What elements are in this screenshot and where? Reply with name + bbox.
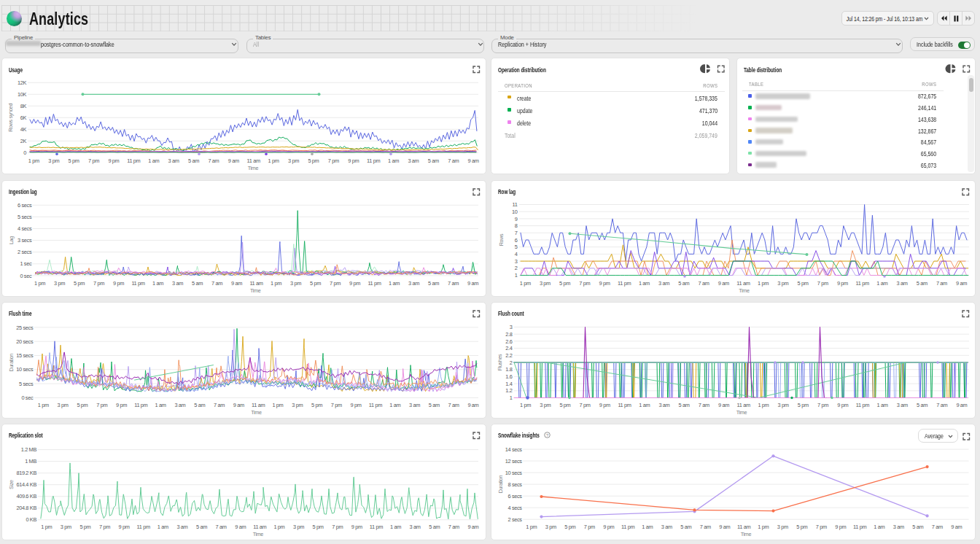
svg-text:4 secs: 4 secs: [508, 504, 522, 510]
svg-text:Lag: Lag: [8, 236, 15, 244]
svg-text:7 pm: 7 pm: [817, 280, 828, 287]
svg-text:3 pm: 3 pm: [540, 402, 551, 408]
svg-text:6K: 6K: [20, 114, 27, 121]
svg-text:9 am: 9 am: [956, 402, 967, 408]
svg-text:14 secs: 14 secs: [505, 446, 523, 452]
svg-text:3 am: 3 am: [172, 280, 183, 287]
svg-text:5 pm: 5 pm: [69, 158, 79, 164]
svg-text:9 am: 9 am: [956, 280, 967, 287]
svg-text:1 am: 1 am: [388, 158, 399, 164]
svg-text:1 am: 1 am: [155, 402, 166, 408]
svg-text:1 am: 1 am: [152, 280, 163, 287]
svg-text:1 pm: 1 pm: [272, 402, 283, 408]
svg-text:10K: 10K: [18, 91, 27, 98]
svg-text:11 pm: 11 pm: [131, 280, 144, 287]
svg-text:11 pm: 11 pm: [618, 402, 631, 408]
svg-text:3 pm: 3 pm: [777, 280, 788, 287]
svg-text:2K: 2K: [20, 138, 27, 144]
svg-text:2: 2: [510, 359, 513, 365]
svg-text:3 pm: 3 pm: [61, 524, 71, 530]
svg-text:5 pm: 5 pm: [77, 402, 88, 408]
svg-text:204.8 KB: 204.8 KB: [16, 505, 36, 511]
svg-text:1 am: 1 am: [877, 402, 888, 408]
svg-text:20 secs: 20 secs: [16, 338, 34, 344]
svg-text:3: 3: [510, 324, 513, 330]
svg-text:1 pm: 1 pm: [28, 158, 39, 164]
svg-text:1 pm: 1 pm: [526, 524, 537, 530]
svg-text:9 am: 9 am: [718, 280, 729, 287]
svg-text:7 am: 7 am: [936, 280, 947, 287]
svg-text:3 pm: 3 pm: [290, 280, 301, 287]
svg-text:Duration: Duration: [497, 475, 504, 493]
svg-text:5: 5: [515, 244, 518, 250]
svg-text:11 am: 11 am: [247, 158, 260, 164]
svg-text:1.4: 1.4: [505, 380, 512, 386]
svg-text:11 pm: 11 pm: [855, 280, 868, 287]
svg-text:3 pm: 3 pm: [545, 524, 556, 530]
svg-text:3 pm: 3 pm: [778, 402, 789, 408]
svg-text:3 am: 3 am: [174, 402, 185, 408]
svg-text:5 pm: 5 pm: [308, 158, 319, 164]
svg-text:11 am: 11 am: [249, 280, 262, 287]
svg-text:3 pm: 3 pm: [54, 280, 65, 287]
svg-text:409.6 KB: 409.6 KB: [16, 493, 36, 500]
svg-text:5 am: 5 am: [917, 402, 928, 408]
svg-text:9 pm: 9 pm: [108, 158, 119, 164]
svg-text:8 secs: 8 secs: [508, 481, 522, 487]
svg-text:5 am: 5 am: [912, 524, 923, 530]
svg-text:7 pm: 7 pm: [332, 524, 343, 530]
svg-text:3 pm: 3 pm: [777, 524, 788, 530]
svg-text:Time: Time: [741, 530, 752, 537]
svg-text:3 secs: 3 secs: [18, 237, 32, 244]
svg-text:11 pm: 11 pm: [369, 402, 382, 408]
svg-text:9 am: 9 am: [719, 524, 730, 530]
svg-text:9 pm: 9 pm: [351, 524, 362, 530]
svg-text:11 pm: 11 pm: [856, 402, 869, 408]
svg-text:11 am: 11 am: [737, 524, 750, 530]
svg-text:5 pm: 5 pm: [564, 524, 575, 530]
svg-text:7 am: 7 am: [700, 524, 711, 530]
svg-text:11 am: 11 am: [736, 280, 750, 287]
svg-text:1 pm: 1 pm: [520, 280, 531, 287]
svg-text:11 am: 11 am: [253, 524, 266, 530]
svg-text:7 am: 7 am: [216, 524, 227, 530]
svg-text:1: 1: [515, 272, 518, 279]
svg-text:1 am: 1 am: [389, 402, 400, 408]
svg-text:3 pm: 3 pm: [48, 158, 59, 164]
svg-text:3 am: 3 am: [897, 402, 908, 408]
svg-text:7 am: 7 am: [936, 402, 947, 408]
svg-text:1 am: 1 am: [874, 524, 884, 530]
svg-text:11: 11: [513, 201, 518, 208]
svg-text:0 sec: 0 sec: [20, 272, 32, 279]
svg-text:7 am: 7 am: [448, 402, 459, 408]
svg-text:4: 4: [515, 251, 518, 257]
svg-text:9 am: 9 am: [231, 280, 242, 287]
svg-text:3: 3: [515, 257, 518, 264]
svg-text:5 am: 5 am: [188, 158, 199, 164]
svg-text:2 secs: 2 secs: [508, 516, 522, 522]
svg-text:4 secs: 4 secs: [18, 225, 32, 232]
svg-text:4K: 4K: [20, 126, 27, 133]
svg-text:3 am: 3 am: [661, 524, 672, 530]
svg-text:3 pm: 3 pm: [288, 158, 299, 164]
svg-text:614.4 KB: 614.4 KB: [16, 481, 36, 488]
svg-text:3 am: 3 am: [893, 524, 904, 530]
svg-text:9 am: 9 am: [467, 402, 478, 408]
svg-text:7 pm: 7 pm: [328, 158, 339, 164]
svg-text:1 pm: 1 pm: [41, 524, 52, 530]
svg-text:9 pm: 9 pm: [837, 402, 848, 408]
svg-text:1 am: 1 am: [642, 524, 653, 530]
svg-text:Size: Size: [8, 480, 15, 489]
svg-text:2: 2: [515, 265, 518, 271]
svg-text:Time: Time: [739, 287, 750, 293]
svg-text:3 am: 3 am: [408, 280, 419, 287]
svg-text:7: 7: [515, 229, 518, 236]
svg-text:0 sec: 0 sec: [21, 395, 34, 401]
svg-text:9 am: 9 am: [467, 280, 478, 287]
svg-text:Rows: Rows: [498, 233, 505, 245]
svg-text:1 am: 1 am: [148, 158, 159, 164]
svg-text:7 pm: 7 pm: [817, 402, 828, 408]
svg-text:2.6: 2.6: [505, 338, 512, 344]
svg-text:5 pm: 5 pm: [559, 402, 570, 408]
svg-text:7 pm: 7 pm: [584, 524, 595, 530]
